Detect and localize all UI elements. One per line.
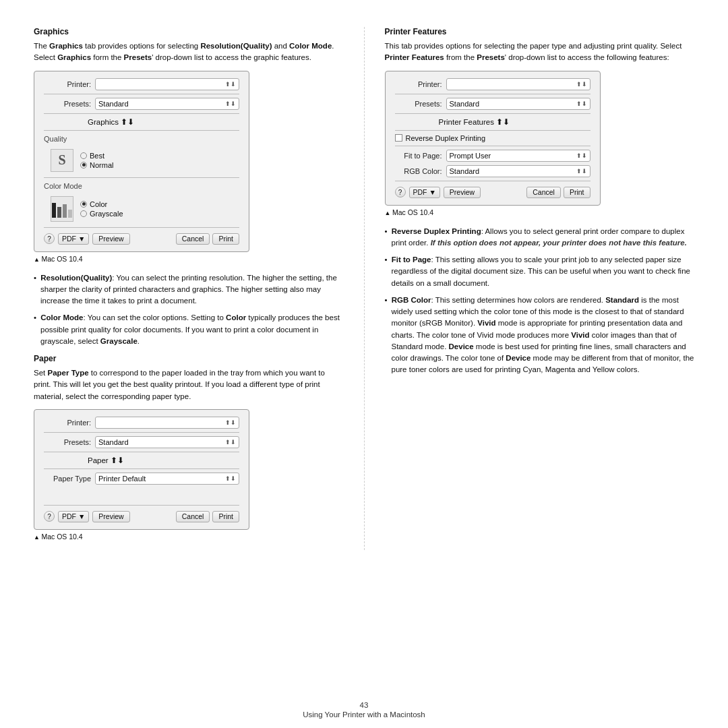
- paper-preview-button[interactable]: Preview: [92, 511, 129, 522]
- paper-type-arrow: ⬆⬇: [225, 475, 236, 482]
- radio-grayscale-circle[interactable]: [80, 210, 87, 217]
- paper-section-select[interactable]: Paper ⬆⬇: [88, 456, 195, 465]
- paper-presets-row: Presets: Standard ⬆⬇: [44, 436, 239, 448]
- printer-features-intro: This tab provides options for selecting …: [385, 40, 695, 64]
- rgb-color-row: RGB Color: Standard ⬆⬇: [395, 165, 590, 177]
- graphics-section-select[interactable]: Graphics ⬆⬇: [88, 117, 195, 127]
- paper-section-arrow: ⬆⬇: [111, 456, 124, 464]
- section-arrow: ⬆⬇: [121, 118, 134, 126]
- printer-features-dialog: Printer: ⬆⬇ Presets: Standard ⬆⬇: [385, 71, 601, 206]
- pf-presets-label: Presets:: [395, 100, 442, 108]
- graphics-dialog: Printer: ⬆⬇ Presets: Standard ⬆⬇: [34, 71, 249, 252]
- rgb-arrow: ⬆⬇: [576, 168, 587, 175]
- graphics-title: Graphics: [34, 27, 344, 36]
- right-column: Printer Features This tab provides optio…: [365, 27, 695, 550]
- left-column: Graphics The Graphics tab provides optio…: [34, 27, 365, 550]
- color-mode-block: Color Mode: [44, 182, 239, 192]
- paper-dialog-footer: ? PDF ▼ Preview Cancel Print: [44, 511, 239, 522]
- presets-label: Presets:: [44, 100, 91, 108]
- pf-printer-select[interactable]: ⬆⬇: [446, 78, 590, 90]
- pf-cancel-button[interactable]: Cancel: [526, 187, 561, 198]
- quality-label: Quality: [44, 135, 67, 143]
- paper-help-button[interactable]: ?: [44, 511, 55, 522]
- quality-icon: S: [51, 149, 73, 172]
- pf-section-select[interactable]: Printer Features ⬆⬇: [439, 117, 547, 127]
- print-button[interactable]: Print: [212, 233, 239, 245]
- pf-preview-button[interactable]: Preview: [444, 187, 481, 198]
- presets-arrow: ⬆⬇: [225, 100, 236, 107]
- printer-label: Printer:: [44, 80, 91, 88]
- radio-normal[interactable]: Normal: [80, 161, 113, 169]
- paper-printer-select[interactable]: ⬆⬇: [95, 417, 239, 429]
- bar4: [68, 210, 72, 218]
- rgb-color-select[interactable]: Standard ⬆⬇: [446, 165, 590, 177]
- pf-help-button[interactable]: ?: [395, 187, 406, 198]
- fit-arrow: ⬆⬇: [576, 152, 587, 159]
- fit-to-page-row: Fit to Page: Prompt User ⬆⬇: [395, 150, 590, 162]
- paper-type-label: Paper Type: [44, 475, 91, 483]
- graphics-intro: The Graphics tab provides options for se…: [34, 40, 344, 64]
- italic-bold-text: If this option does not appear, your pri…: [431, 239, 687, 247]
- color-radio-group: Color Grayscale: [80, 200, 123, 218]
- graphics-bullets: Resolution(Quality): You can select the …: [34, 272, 344, 348]
- rgb-color-label: RGB Color:: [395, 167, 442, 175]
- printer-select[interactable]: ⬆⬇: [95, 78, 239, 90]
- pf-footer-right: Cancel Print: [526, 187, 590, 198]
- reverse-duplex-row: Reverse Duplex Printing: [395, 134, 590, 142]
- pf-presets-row: Presets: Standard ⬆⬇: [395, 98, 590, 110]
- cancel-button[interactable]: Cancel: [176, 233, 210, 245]
- radio-normal-circle[interactable]: [80, 162, 87, 169]
- footer-left: ? PDF ▼ Preview: [44, 233, 130, 245]
- paper-pdf-button[interactable]: PDF ▼: [58, 511, 89, 522]
- pdf-button[interactable]: PDF ▼: [58, 233, 89, 245]
- paper-dialog: Printer: ⬆⬇ Presets: Standard ⬆⬇: [34, 409, 249, 530]
- pf-section-selector: Printer Features ⬆⬇: [395, 117, 590, 127]
- presets-row: Presets: Standard ⬆⬇: [44, 98, 239, 110]
- paper-title: Paper: [34, 354, 344, 363]
- page-number: 43: [360, 701, 369, 709]
- paper-section-selector: Paper ⬆⬇: [44, 456, 239, 465]
- pf-section-arrow: ⬆⬇: [496, 118, 510, 126]
- reverse-duplex-checkbox[interactable]: [395, 134, 402, 142]
- pf-printer-arrow: ⬆⬇: [576, 81, 587, 88]
- quality-radio-group: Best Normal: [80, 152, 113, 169]
- radio-best[interactable]: Best: [80, 152, 113, 160]
- color-icon: [51, 196, 73, 222]
- paper-footer-right: Cancel Print: [176, 511, 239, 522]
- radio-grayscale[interactable]: Grayscale: [80, 210, 123, 218]
- graphics-dialog-footer: ? PDF ▼ Preview Cancel Print: [44, 233, 239, 245]
- help-button[interactable]: ?: [44, 233, 55, 244]
- quality-options: S Best Normal: [51, 149, 239, 172]
- printer-features-title: Printer Features: [385, 27, 695, 36]
- quality-block: Quality: [44, 135, 239, 145]
- paper-presets-select[interactable]: Standard ⬆⬇: [95, 436, 239, 448]
- paper-printer-label: Printer:: [44, 419, 91, 427]
- preview-button[interactable]: Preview: [92, 233, 129, 245]
- pf-pdf-button[interactable]: PDF ▼: [409, 187, 440, 198]
- pf-print-button[interactable]: Print: [564, 187, 590, 198]
- paper-presets-label: Presets:: [44, 438, 91, 446]
- paper-cancel-button[interactable]: Cancel: [176, 511, 210, 522]
- paper-type-select[interactable]: Printer Default ⬆⬇: [95, 473, 239, 485]
- radio-best-circle[interactable]: [80, 152, 87, 159]
- paper-footer-left: ? PDF ▼ Preview: [44, 511, 130, 522]
- pf-presets-select[interactable]: Standard ⬆⬇: [446, 98, 590, 110]
- paper-printer-row: Printer: ⬆⬇: [44, 417, 239, 429]
- bullet-rgb-color: RGB Color: This setting determines how c…: [385, 295, 695, 376]
- reverse-duplex-label: Reverse Duplex Printing: [406, 134, 486, 142]
- printer-features-section: Printer Features This tab provides optio…: [385, 27, 695, 216]
- presets-select[interactable]: Standard ⬆⬇: [95, 98, 239, 110]
- printer-features-bullets: Reverse Duplex Printing: Allows you to s…: [385, 226, 695, 376]
- paper-intro: Set Paper Type to correspond to the pape…: [34, 367, 344, 402]
- fit-to-page-select[interactable]: Prompt User ⬆⬇: [446, 150, 590, 162]
- footer-right: Cancel Print: [176, 233, 239, 245]
- paper-print-button[interactable]: Print: [212, 511, 239, 522]
- pf-footer-left: ? PDF ▼ Preview: [395, 187, 481, 198]
- bar1: [52, 203, 56, 218]
- bullet-resolution: Resolution(Quality): You can select the …: [34, 272, 344, 307]
- paper-section: Paper Set Paper Type to correspond to th…: [34, 354, 344, 541]
- radio-color[interactable]: Color: [80, 200, 123, 208]
- fit-to-page-label: Fit to Page:: [395, 152, 442, 160]
- radio-color-circle[interactable]: [80, 201, 87, 208]
- printer-row: Printer: ⬆⬇: [44, 78, 239, 90]
